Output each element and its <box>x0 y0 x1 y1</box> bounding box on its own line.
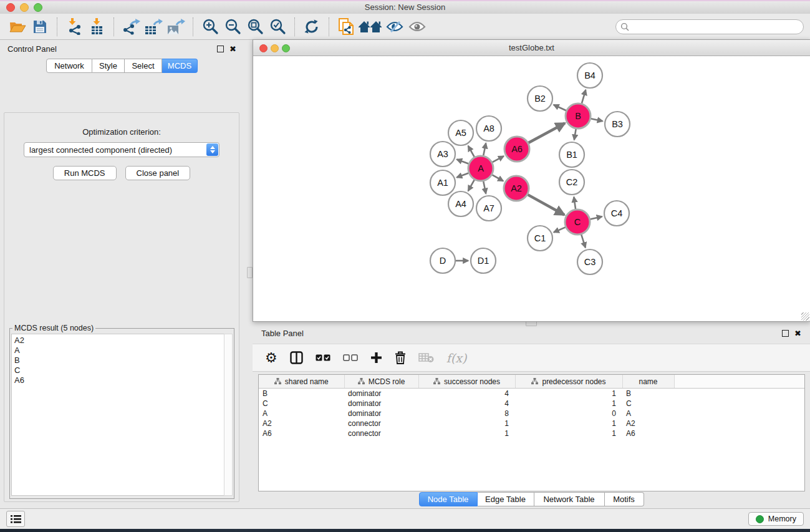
show-columns-button[interactable] <box>290 349 303 367</box>
zoom-selected-button[interactable] <box>266 17 289 37</box>
table-settings-button[interactable]: ⚙ <box>265 349 277 367</box>
graph-node-A5[interactable]: A5 <box>448 120 473 145</box>
zoom-out-button[interactable] <box>221 17 244 37</box>
refresh-button[interactable] <box>301 17 323 37</box>
graph-edge-A-A4[interactable] <box>468 180 475 191</box>
search-field[interactable] <box>615 19 804 34</box>
close-panel-button[interactable]: Close panel <box>125 166 191 180</box>
table-cell[interactable]: C <box>622 399 674 409</box>
float-panel-icon[interactable] <box>217 46 224 52</box>
save-session-button[interactable] <box>29 17 51 37</box>
graph-node-C3[interactable]: C3 <box>577 249 602 274</box>
open-session-button[interactable] <box>6 17 29 37</box>
mcds-result-list[interactable]: A2ABCA6 <box>11 334 224 496</box>
graph-node-A1[interactable]: A1 <box>430 170 455 195</box>
zoom-fit-button[interactable] <box>244 17 266 37</box>
select-stepper-icon[interactable] <box>206 143 218 156</box>
table-cell[interactable]: 1 <box>515 418 622 428</box>
tab-edge-table[interactable]: Edge Table <box>478 492 534 506</box>
tab-network-table[interactable]: Network Table <box>534 492 605 506</box>
table-cell[interactable]: B <box>259 389 344 399</box>
graph-node-D1[interactable]: D1 <box>471 248 496 273</box>
graph-edge-B-B4[interactable] <box>582 90 586 104</box>
mcds-result-item[interactable]: A2 <box>14 336 221 346</box>
select-all-button[interactable] <box>316 349 330 367</box>
memory-button[interactable]: Memory <box>748 512 804 526</box>
import-table-button[interactable] <box>85 17 108 37</box>
graph-edge-B-B1[interactable] <box>574 129 576 140</box>
graph-edge-A-A2[interactable] <box>492 175 503 181</box>
table-cell[interactable]: connector <box>344 418 418 428</box>
add-row-button[interactable] <box>370 349 382 367</box>
export-table-button[interactable] <box>142 17 165 37</box>
graph-node-B[interactable]: B <box>566 104 591 128</box>
mcds-result-item[interactable]: B <box>14 355 221 365</box>
hide-selected-button[interactable] <box>383 17 406 37</box>
graph-node-B3[interactable]: B3 <box>605 112 630 137</box>
table-cell[interactable]: dominator <box>344 389 418 399</box>
column-header-shared-name[interactable]: shared name <box>259 375 344 389</box>
table-row[interactable]: Adominator80A <box>259 409 804 418</box>
import-network-button[interactable] <box>63 17 85 37</box>
window-resize-grip[interactable] <box>801 312 809 321</box>
zoom-in-button[interactable] <box>199 17 221 37</box>
graph-node-B1[interactable]: B1 <box>559 142 584 167</box>
table-cell[interactable]: 4 <box>418 389 515 399</box>
graph-node-B2[interactable]: B2 <box>528 86 552 111</box>
table-cell[interactable]: 8 <box>418 409 515 418</box>
column-header-predecessor-nodes[interactable]: predecessor nodes <box>515 375 622 389</box>
graph-node-A2[interactable]: A2 <box>504 176 529 201</box>
network-zoom-button[interactable] <box>282 44 290 52</box>
tab-node-table[interactable]: Node Table <box>419 492 478 506</box>
task-history-button[interactable] <box>6 511 25 527</box>
graph-node-C4[interactable]: C4 <box>604 201 629 226</box>
new-network-from-selection-button[interactable] <box>335 17 357 37</box>
graph-node-A3[interactable]: A3 <box>430 142 455 167</box>
graph-node-C[interactable]: C <box>565 210 590 235</box>
graph-edge-A-A3[interactable] <box>456 159 468 163</box>
delete-row-button[interactable] <box>395 349 406 367</box>
table-row[interactable]: Bdominator41B <box>259 389 804 399</box>
table-cell[interactable]: A2 <box>622 418 674 428</box>
network-window-titlebar[interactable]: testGlobe.txt <box>253 40 810 56</box>
table-cell[interactable]: A2 <box>259 418 344 428</box>
graph-node-A4[interactable]: A4 <box>448 191 473 216</box>
graph-node-A[interactable]: A <box>468 156 493 181</box>
delete-table-button[interactable] <box>418 349 434 367</box>
table-cell[interactable]: connector <box>344 428 418 438</box>
tab-style[interactable]: Style <box>92 59 125 73</box>
tab-mcds[interactable]: MCDS <box>162 59 198 73</box>
graph-node-A7[interactable]: A7 <box>476 196 501 221</box>
graph-edge-C-C1[interactable] <box>554 227 566 232</box>
deselect-all-button[interactable] <box>343 349 358 367</box>
show-all-button[interactable] <box>406 17 428 37</box>
mcds-result-item[interactable]: C <box>14 365 221 375</box>
graph-edge-B-B2[interactable] <box>554 105 566 110</box>
table-cell[interactable]: dominator <box>344 399 418 409</box>
float-table-panel-icon[interactable] <box>782 330 789 337</box>
table-row[interactable]: A2connector11A2 <box>259 418 804 428</box>
graph-edge-A6-B[interactable] <box>528 123 564 143</box>
export-network-button[interactable] <box>120 17 142 37</box>
graph-edge-A2-C[interactable] <box>528 195 564 215</box>
graph-edge-A-A1[interactable] <box>456 173 468 177</box>
graph-edge-C-C3[interactable] <box>581 235 586 248</box>
close-table-panel-icon[interactable]: ✖ <box>794 329 801 337</box>
home-button[interactable] <box>357 17 383 37</box>
graph-edge-A-A6[interactable] <box>493 156 504 162</box>
mcds-result-item[interactable]: A6 <box>14 375 221 385</box>
network-canvas[interactable]: AA6A2BCA5A8A3A1A4A7B2B4B3B1C2C4C1C3DD1 <box>253 56 810 321</box>
graph-edge-C-C4[interactable] <box>590 216 602 219</box>
table-cell[interactable]: A6 <box>259 428 344 438</box>
graph-edge-A-A8[interactable] <box>483 143 486 156</box>
tab-network[interactable]: Network <box>46 59 92 73</box>
vertical-split-handle[interactable] <box>247 267 253 278</box>
export-image-button[interactable] <box>165 17 187 37</box>
tab-select[interactable]: Select <box>125 59 162 73</box>
table-row[interactable]: Cdominator41C <box>259 399 804 409</box>
column-header-successor-nodes[interactable]: successor nodes <box>418 375 515 389</box>
graph-edge-A-A7[interactable] <box>483 181 486 194</box>
column-header-name[interactable]: name <box>622 375 674 389</box>
table-cell[interactable]: dominator <box>344 409 418 418</box>
search-input[interactable] <box>629 22 803 32</box>
